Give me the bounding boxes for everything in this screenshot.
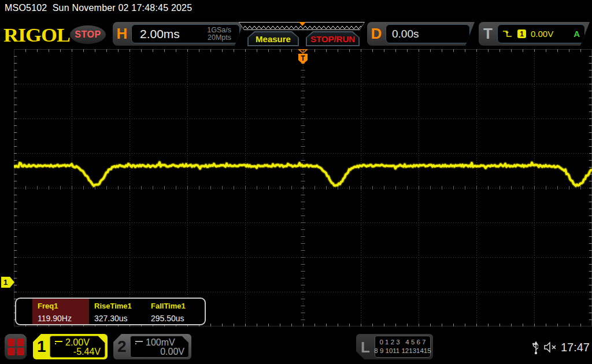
measurement-risetime1[interactable]: RiseTime1 327.30us [89,299,146,324]
delay-settings[interactable]: D 0.00s [367,22,475,46]
delay-value: 0.00s [392,28,419,40]
run-state-label: STOP [75,29,101,40]
delay-label: D [367,25,386,43]
digital-channels-row1: 0 1 2 3 4 5 6 7 [380,338,426,347]
trigger-settings[interactable]: T 1 0.00V A [479,22,590,46]
stop-run-button-label: STOP/RUN [307,32,358,45]
waveform-overview-strip[interactable] [239,22,365,30]
waveform-display: T [14,49,592,326]
timebase-box[interactable]: 2.00ms 1GSa/s 20Mpts [131,24,240,43]
trigger-box[interactable]: 1 0.00V A [497,24,585,43]
svg-text:T: T [301,54,305,62]
channel1-number: 1 [37,337,46,356]
trigger-sweep-mode: A [574,29,580,39]
model-name: MSO5102 [5,3,47,13]
titlebar: MSO5102 Sun November 02 17:48:45 2025 [5,3,192,13]
oscilloscope-screen: MSO5102 Sun November 02 17:48:45 2025 RI… [0,0,592,364]
measurement-falltime1[interactable]: FallTime1 295.50us [146,299,202,324]
run-state-badge[interactable]: STOP [70,25,106,44]
timebase-value: 2.00ms [140,27,207,41]
ch1-position-marker[interactable]: 1 [1,277,14,288]
clock-text: 17:47 [561,341,590,354]
channel2-number: 2 [117,337,127,356]
channel2-box[interactable]: 2 100mV 0.00V [113,334,191,359]
trigger-label: T [479,25,497,43]
dc-coupling-icon [55,341,62,344]
memory-depth: 20Mpts [208,34,231,42]
trigger-level-value: 0.00V [531,29,569,39]
speaker-muted-icon[interactable] [543,341,556,354]
measurement-panel: Freq1 119.90Hz RiseTime1 327.30us FallTi… [15,298,206,325]
channel2-offset: 0.00V [135,347,184,357]
trigger-source-badge: 1 [517,29,526,38]
digital-channels-row2: 8 9 1011 12131415 [374,347,431,355]
measure-button-label: Measure [249,32,298,45]
stop-run-button[interactable]: STOP/RUN [306,31,360,46]
falling-edge-icon [502,29,513,39]
logic-analyzer-box[interactable]: L 0 1 2 3 4 5 6 7 8 9 1011 12131415 [356,334,433,359]
usb-icon [532,340,538,355]
rigol-logo: RIGOL [3,24,70,47]
measurement-freq1[interactable]: Freq1 119.90Hz [32,299,89,324]
horizontal-settings[interactable]: H 2.00ms 1GSa/s 20Mpts [113,22,244,46]
main-menu-button[interactable] [5,334,27,359]
sample-rate: 1GSa/s [207,26,231,34]
delay-box[interactable]: 0.00s [386,24,470,43]
dc-coupling-icon [135,341,143,344]
channel1-offset: -5.44V [55,347,101,357]
datetime-text: Sun November 02 17:48:45 2025 [53,3,193,13]
horizontal-label: H [113,25,131,43]
overview-trigger-marker-icon[interactable] [299,22,306,26]
measure-button[interactable]: Measure [247,31,299,46]
channel1-box[interactable]: 1 2.00V -5.44V [33,334,108,359]
logic-analyzer-label: L [361,339,370,356]
